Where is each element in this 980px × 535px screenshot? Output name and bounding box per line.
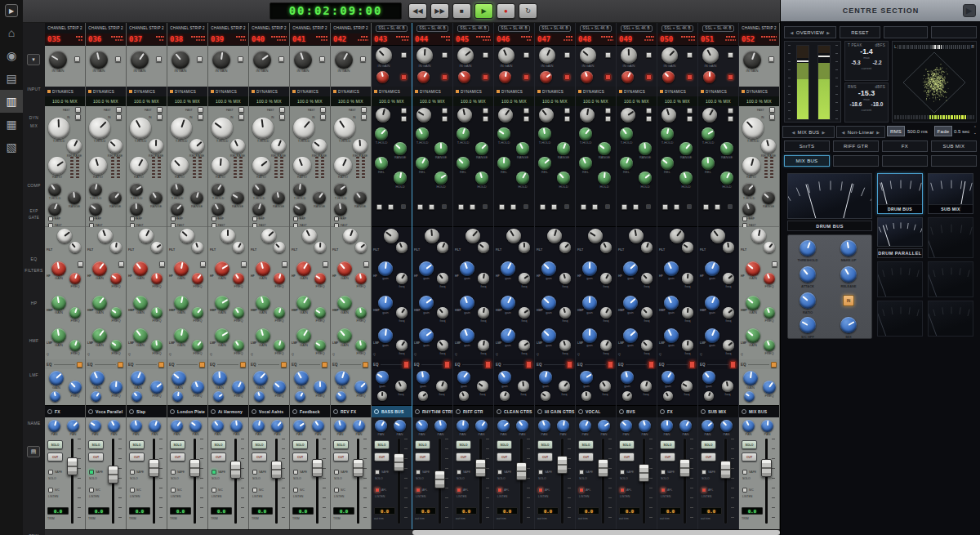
lf-q-knob[interactable] — [213, 391, 224, 402]
channel-name-row[interactable]: Feedback — [290, 405, 330, 417]
hp-filter-knob[interactable] — [384, 229, 399, 243]
listen-checkbox[interactable] — [416, 488, 421, 493]
hf-freq-knob[interactable] — [437, 273, 448, 284]
dyn-button-3[interactable] — [540, 204, 546, 210]
hmf-gain-knob[interactable] — [174, 296, 189, 310]
lf-freq-knob[interactable] — [640, 381, 652, 392]
lf-freq-knob[interactable] — [599, 381, 611, 392]
hmf-freq-knob[interactable] — [396, 307, 408, 319]
gate-range-knob[interactable] — [272, 191, 285, 204]
exp-checkbox[interactable] — [252, 216, 257, 221]
fader-thumb[interactable] — [557, 456, 568, 474]
solo-safe-checkbox[interactable] — [334, 470, 339, 475]
comp-in-button[interactable] — [320, 114, 326, 120]
power-icon[interactable] — [619, 409, 624, 414]
comp-threshold-knob[interactable] — [742, 118, 764, 139]
gate-threshold-knob[interactable] — [661, 127, 674, 140]
phase-knob[interactable] — [662, 71, 675, 83]
gate-hold-knob[interactable] — [252, 203, 265, 216]
lmf-gain-knob[interactable] — [296, 328, 311, 343]
hf-bell-button[interactable] — [241, 261, 247, 267]
gate-hold-knob[interactable] — [742, 203, 755, 216]
dynamics-header[interactable]: DYNAMICS — [290, 87, 330, 96]
gate-range-knob[interactable] — [354, 191, 367, 204]
gate-range-knob[interactable] — [68, 191, 81, 204]
solo-safe-checkbox[interactable] — [661, 470, 666, 475]
comp-in-button[interactable] — [238, 114, 244, 120]
phase-knob[interactable] — [581, 71, 593, 83]
lmf-freq-knob[interactable] — [110, 340, 122, 351]
listen-checkbox[interactable] — [538, 488, 543, 493]
width-knob[interactable] — [375, 420, 387, 432]
gate-threshold-knob[interactable] — [293, 183, 306, 196]
gate-threshold-knob[interactable] — [457, 127, 470, 140]
input-mode-button[interactable] — [238, 56, 243, 62]
solo-safe-checkbox[interactable] — [416, 470, 421, 475]
comp-ratio-knob[interactable] — [48, 157, 66, 175]
cut-button[interactable]: CUT — [742, 453, 757, 461]
comp-threshold-knob[interactable] — [212, 118, 233, 139]
comp-fast-button[interactable] — [361, 107, 367, 113]
phase-button[interactable] — [564, 74, 570, 80]
hmf-freq-knob[interactable] — [110, 307, 122, 319]
hmf-gain-knob[interactable] — [582, 296, 597, 310]
hf-gain-knob[interactable] — [623, 261, 638, 276]
fader-track[interactable] — [765, 439, 768, 524]
gate-release-knob[interactable] — [579, 157, 592, 170]
hmf-gain-knob[interactable] — [419, 296, 434, 310]
dyn-button-4[interactable] — [633, 204, 639, 210]
dyn-button-1[interactable] — [687, 108, 693, 114]
width-knob[interactable] — [457, 420, 469, 432]
hf-bell-button[interactable] — [118, 261, 124, 267]
eq-in-toggle[interactable] — [485, 361, 491, 368]
hmf-freq-knob[interactable] — [559, 307, 571, 319]
lf-gain-knob[interactable] — [621, 371, 634, 384]
console-view-icon[interactable]: ▥ — [0, 90, 23, 113]
lmf-gain-knob[interactable] — [623, 328, 638, 343]
comp-fast-button[interactable] — [116, 107, 122, 113]
lmf-gain-knob[interactable] — [378, 328, 393, 343]
phase-knob[interactable] — [417, 71, 430, 83]
lp-filter-knob[interactable] — [69, 242, 81, 253]
vu-meter-sub-mix[interactable]: SUB MIX — [928, 173, 973, 214]
dyn-rate-knob[interactable] — [376, 108, 390, 123]
overview-nav-button[interactable]: ◀OVERVIEW▶ — [784, 26, 836, 38]
hp-filter-knob[interactable] — [343, 229, 358, 243]
lf-freq-knob[interactable] — [477, 381, 488, 392]
dyn-button-3[interactable] — [662, 204, 668, 210]
hmf-gain-knob[interactable] — [541, 296, 556, 310]
fader-thumb[interactable] — [353, 459, 363, 477]
hmf-gain-knob[interactable] — [705, 296, 719, 310]
gate-threshold-knob[interactable] — [171, 183, 184, 196]
input-mode-button[interactable] — [278, 56, 284, 62]
hp-filter-knob[interactable] — [629, 229, 644, 243]
hf-gain-knob[interactable] — [296, 261, 311, 276]
pan-knob[interactable] — [271, 420, 283, 432]
lp-filter-knob[interactable] — [192, 242, 203, 253]
comp-ratio-knob[interactable] — [293, 157, 311, 175]
lf-freq-knob[interactable] — [722, 381, 733, 392]
hp-filter-knob[interactable] — [57, 229, 72, 243]
channel-name-row[interactable]: RHYTHM GTRS — [412, 405, 452, 417]
lf-gain-knob[interactable] — [580, 371, 593, 384]
comp-release-knob[interactable] — [840, 266, 857, 283]
input-gain-knob[interactable] — [212, 51, 230, 69]
strips-view-icon[interactable]: ▦ — [0, 113, 23, 136]
power-icon[interactable] — [537, 409, 542, 414]
channel-name-row[interactable]: Vocal Aahts — [249, 405, 289, 417]
fader-track[interactable] — [684, 439, 686, 524]
hf-freq-knob[interactable] — [600, 273, 612, 284]
play-button[interactable]: ▶ — [474, 3, 493, 19]
lf-freq-knob[interactable] — [354, 381, 368, 394]
lf-q-knob[interactable] — [744, 391, 755, 402]
hf-gain-knob[interactable] — [51, 261, 66, 276]
comp-fast-button[interactable] — [198, 107, 203, 113]
comp-in-button[interactable] — [769, 114, 775, 120]
fader-thumb[interactable] — [230, 461, 241, 479]
solo-button[interactable]: SOLO — [742, 440, 757, 449]
solo-safe-checkbox[interactable] — [130, 470, 135, 475]
exp-checkbox[interactable] — [89, 216, 94, 221]
dyn-button-4[interactable] — [715, 204, 720, 210]
hf-gain-knob[interactable] — [92, 261, 107, 276]
fade-mode-button[interactable]: Fade — [934, 126, 952, 136]
